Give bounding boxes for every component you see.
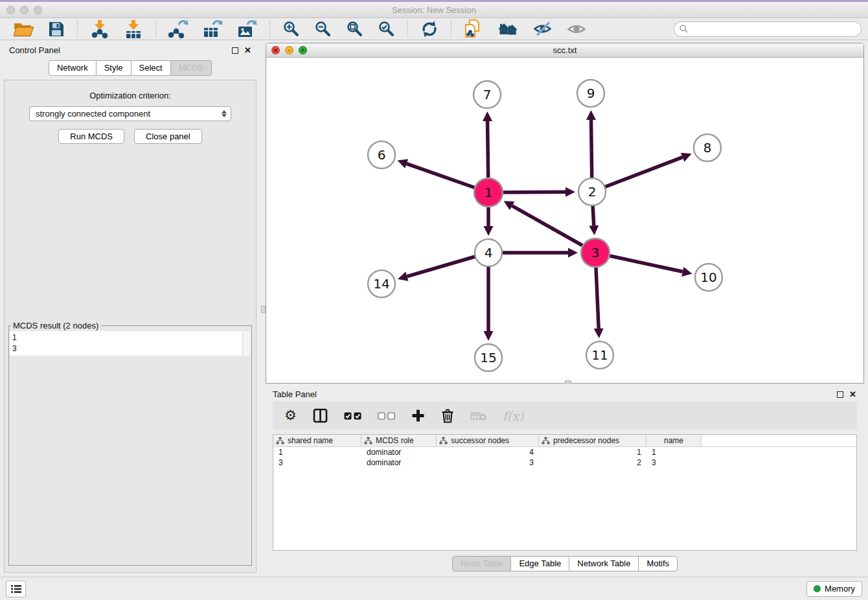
graph-node-15[interactable]: 15	[475, 344, 502, 371]
cell-successor-nodes[interactable]: 3	[437, 457, 539, 468]
float-panel-icon[interactable]	[232, 47, 238, 54]
open-icon[interactable]	[10, 19, 38, 39]
import-table-icon[interactable]	[120, 18, 147, 40]
graph-node-label: 14	[373, 276, 389, 292]
column-header-predecessor-nodes[interactable]: predecessor nodes	[539, 435, 646, 446]
graph-node-14[interactable]: 14	[368, 270, 395, 297]
search-input[interactable]	[691, 24, 856, 34]
show-all-icon[interactable]	[563, 21, 590, 38]
table-tab-network-table[interactable]: Network Table	[569, 556, 639, 571]
graph-node-11[interactable]: 11	[586, 341, 613, 369]
settings-gear-icon[interactable]: ⚙	[284, 409, 297, 422]
export-network-icon[interactable]	[165, 18, 192, 40]
memory-button[interactable]: Memory	[806, 581, 862, 597]
criterion-select[interactable]: strongly connected component	[29, 106, 231, 121]
column-type-icon	[439, 437, 448, 444]
mcds-result-title: MCDS result (2 nodes)	[11, 321, 100, 330]
cell-MCDS-role[interactable]: dominator	[361, 457, 437, 468]
column-header-MCDS-role[interactable]: MCDS role	[361, 435, 437, 446]
table-tab-node-table[interactable]: Node Table	[452, 556, 512, 571]
cell-shared-name[interactable]: 1	[273, 447, 361, 457]
cell-predecessor-nodes[interactable]: 1	[539, 447, 646, 457]
export-image-icon[interactable]	[233, 18, 261, 40]
table-tabs: Node TableEdge TableNetwork TableMotifs	[266, 556, 864, 571]
network-title: scc.txt	[266, 45, 863, 55]
network-canvas[interactable]: 1234678910111415	[266, 58, 863, 383]
status-menu-button[interactable]	[6, 581, 26, 597]
tab-network[interactable]: Network	[49, 60, 97, 76]
search-box	[674, 21, 862, 37]
hide-selected-icon[interactable]	[529, 19, 556, 38]
cell-shared-name[interactable]: 3	[273, 457, 361, 468]
select-all-icon[interactable]	[344, 412, 361, 420]
graph-node-label: 2	[588, 184, 597, 200]
search-icon	[680, 25, 688, 33]
column-header-name[interactable]: name	[646, 435, 702, 446]
zoom-in-icon[interactable]	[279, 19, 304, 39]
splitter-handle[interactable]	[261, 306, 266, 313]
graph-arrowhead-2-3	[589, 225, 599, 235]
table-row[interactable]: 1dominator411	[273, 447, 856, 457]
split-columns-icon[interactable]	[313, 408, 328, 423]
graph-node-7[interactable]: 7	[474, 81, 501, 108]
cell-MCDS-role[interactable]: dominator	[361, 447, 437, 457]
cell-name[interactable]: 3	[646, 457, 702, 468]
table-tab-edge-table[interactable]: Edge Table	[511, 556, 569, 571]
cell-successor-nodes[interactable]: 4	[437, 447, 539, 457]
deselect-all-icon[interactable]	[378, 412, 395, 420]
import-network-icon[interactable]	[86, 18, 113, 40]
mcds-panel: Optimization criterion: strongly connect…	[4, 80, 257, 573]
column-header-successor-nodes[interactable]: successor nodes	[437, 435, 539, 446]
table-row[interactable]: 3dominator323	[273, 457, 856, 468]
toolbar-separator	[451, 21, 451, 38]
panel-splitter[interactable]	[260, 40, 266, 577]
graph-node-label: 6	[378, 147, 386, 163]
cell-name[interactable]: 1	[646, 447, 702, 457]
graph-node-label: 11	[591, 347, 608, 363]
mcds-result-textarea[interactable]: 1 3	[10, 331, 251, 356]
refresh-icon[interactable]	[417, 19, 442, 40]
export-table-icon[interactable]	[199, 18, 227, 40]
close-table-panel-icon[interactable]: ✕	[849, 390, 856, 398]
network-resize-handle[interactable]	[565, 380, 571, 384]
toolbar-separator	[77, 21, 78, 38]
graph-arrowhead-2-9	[586, 110, 596, 120]
memory-label: Memory	[825, 584, 855, 594]
graph-node-8[interactable]: 8	[694, 134, 721, 161]
column-header-shared-name[interactable]: shared name	[273, 435, 361, 446]
graph-node-9[interactable]: 9	[577, 80, 604, 107]
control-panel-tabs: NetworkStyleSelectMCDS	[0, 60, 260, 76]
run-mcds-button[interactable]: Run MCDS	[58, 129, 124, 144]
graph-arrowhead-4-14	[398, 271, 408, 281]
close-panel-icon[interactable]: ✕	[244, 46, 251, 54]
delete-row-icon[interactable]	[441, 408, 454, 423]
close-panel-button[interactable]: Close panel	[134, 129, 202, 144]
save-icon[interactable]	[44, 19, 69, 39]
graph-node-1[interactable]: 1	[474, 178, 503, 207]
table-panel-title: Table Panel	[273, 389, 317, 399]
graph-node-6[interactable]: 6	[368, 141, 395, 168]
graph-arrowhead-4-15	[484, 331, 494, 341]
home-icon[interactable]	[493, 19, 523, 39]
graph-node-4[interactable]: 4	[475, 239, 502, 266]
result-scrollbar[interactable]	[242, 331, 251, 356]
tab-mcds[interactable]: MCDS	[171, 60, 212, 76]
zoom-fit-icon[interactable]	[342, 19, 367, 39]
clone-network-icon[interactable]	[460, 17, 486, 40]
graph-node-3[interactable]: 3	[581, 238, 610, 267]
fx-icon[interactable]: f(x)	[503, 409, 524, 423]
table-tab-motifs[interactable]: Motifs	[639, 556, 678, 571]
zoom-selected-icon[interactable]	[374, 19, 399, 39]
tab-select[interactable]: Select	[131, 60, 171, 76]
zoom-out-icon[interactable]	[310, 19, 336, 39]
delete-column-icon[interactable]	[470, 411, 486, 421]
tab-style[interactable]: Style	[97, 60, 131, 76]
graph-node-2[interactable]: 2	[578, 178, 606, 205]
cell-predecessor-nodes[interactable]: 2	[539, 457, 646, 468]
network-titlebar[interactable]: ✕ − + scc.txt	[266, 43, 863, 58]
float-table-panel-icon[interactable]	[837, 391, 843, 398]
criterion-label: Optimization criterion:	[5, 91, 256, 100]
add-row-icon[interactable]	[411, 409, 425, 422]
graph-node-10[interactable]: 10	[695, 264, 722, 291]
column-type-icon	[276, 437, 284, 444]
